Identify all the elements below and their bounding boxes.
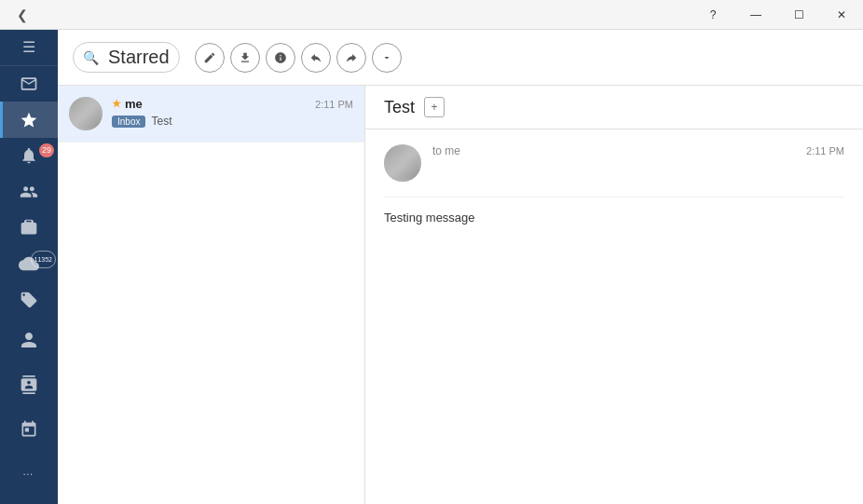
sidebar-item-notifications[interactable]: 29 — [0, 138, 58, 174]
person-icon — [20, 331, 38, 349]
email-subject-row: Inbox Test — [112, 115, 353, 128]
detail-title: Test — [384, 98, 415, 117]
inbox-icon — [20, 75, 38, 93]
detail-body: to me 2:11 PM Testing message — [365, 129, 863, 504]
email-meta: ★ me 2:11 PM Inbox Test — [112, 97, 353, 128]
contacts-icon — [20, 183, 38, 201]
app-body: ☰ 29 — [0, 30, 863, 504]
message-recipient: to me — [432, 144, 460, 157]
compose-button[interactable] — [195, 43, 225, 73]
title-bar: ❮ ? — ☐ ✕ — [0, 0, 863, 30]
avatar — [69, 97, 103, 130]
toolbar-actions — [195, 43, 402, 73]
sidebar-item-calendar[interactable] — [0, 407, 58, 452]
minimize-button[interactable]: — — [734, 0, 777, 30]
message-info: to me 2:11 PM — [432, 144, 844, 157]
sidebar-item-contacts[interactable] — [0, 174, 58, 211]
email-list: ★ me 2:11 PM Inbox Test — [58, 86, 365, 504]
sidebar-item-profile[interactable] — [0, 318, 58, 362]
email-detail: Test + to me 2:11 PM Testing message — [365, 86, 863, 504]
message-time: 2:11 PM — [806, 145, 844, 157]
detail-header: Test + — [365, 86, 863, 129]
info-button[interactable] — [266, 43, 295, 73]
sidebar-item-cloud[interactable]: 11352 — [0, 246, 58, 282]
email-sender: ★ me — [112, 97, 143, 111]
inbox-label: Inbox — [112, 116, 145, 128]
sender-avatar — [384, 144, 421, 182]
download-button[interactable] — [230, 43, 260, 73]
sidebar-item-starred[interactable] — [0, 102, 58, 138]
calendar-icon — [20, 420, 38, 439]
star-filled-icon: ★ — [112, 98, 121, 110]
forward-icon — [345, 51, 358, 64]
info-icon — [274, 51, 287, 64]
chevron-down-icon — [381, 52, 392, 63]
reply-button[interactable] — [301, 43, 331, 73]
message-header: to me 2:11 PM — [384, 144, 844, 198]
briefcase-icon — [20, 218, 38, 237]
hamburger-icon: ☰ — [22, 38, 35, 56]
tag-icon — [20, 291, 38, 309]
add-tab-button[interactable]: + — [424, 97, 445, 117]
sidebar: ☰ 29 — [0, 30, 58, 504]
sidebar-menu[interactable]: ☰ — [0, 30, 58, 66]
sidebar-item-address-book[interactable] — [0, 362, 58, 407]
message-body: Testing message — [384, 209, 844, 228]
star-icon — [20, 111, 38, 129]
sidebar-item-work[interactable] — [0, 210, 58, 246]
email-list-item[interactable]: ★ me 2:11 PM Inbox Test — [58, 86, 364, 143]
sidebar-item-more[interactable]: ••• — [0, 452, 58, 497]
title-bar-nav: ❮ — [7, 0, 37, 30]
notifications-badge: 29 — [39, 143, 54, 157]
more-dots: ••• — [23, 471, 34, 477]
search-box[interactable]: 🔍 Starred — [73, 42, 180, 73]
two-pane: ★ me 2:11 PM Inbox Test Tes — [58, 86, 863, 504]
email-top-row: ★ me 2:11 PM — [112, 97, 353, 111]
email-time: 2:11 PM — [315, 99, 353, 110]
cloud-badge: 11352 — [31, 251, 56, 268]
title-bar-controls: ? — ☐ ✕ — [692, 0, 863, 29]
help-button[interactable]: ? — [692, 0, 734, 30]
sidebar-item-inbox[interactable] — [0, 66, 58, 102]
search-icon: 🔍 — [83, 50, 99, 65]
download-icon — [239, 51, 252, 64]
sidebar-bottom: ••• — [0, 318, 58, 504]
more-actions-button[interactable] — [372, 43, 402, 73]
address-book-icon — [20, 375, 38, 394]
toolbar: 🔍 Starred — [58, 30, 863, 86]
content-area: 🔍 Starred — [58, 30, 863, 504]
reply-icon — [309, 51, 322, 64]
page-title: Starred — [108, 47, 170, 68]
email-subject: Test — [151, 115, 171, 128]
sidebar-item-tags[interactable] — [0, 281, 58, 318]
close-button[interactable]: ✕ — [820, 0, 863, 30]
forward-button[interactable] — [336, 43, 366, 73]
bell-icon — [20, 146, 38, 165]
compose-icon — [203, 51, 216, 64]
back-button[interactable]: ❮ — [7, 0, 37, 30]
maximize-button[interactable]: ☐ — [777, 0, 820, 30]
